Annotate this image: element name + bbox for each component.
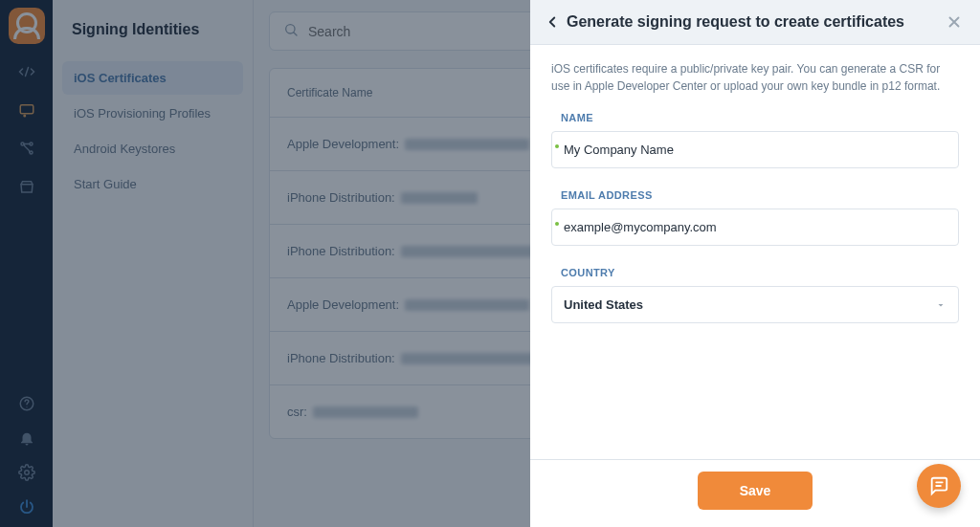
close-button[interactable] <box>944 13 965 31</box>
required-indicator <box>555 144 559 148</box>
drawer-body: iOS certificates require a public/privat… <box>530 45 980 459</box>
chat-button[interactable] <box>917 464 961 508</box>
chevron-down-icon <box>935 299 947 311</box>
email-label: EMAIL ADDRESS <box>551 189 959 201</box>
name-input[interactable] <box>551 131 959 168</box>
save-button[interactable]: Save <box>698 472 813 510</box>
drawer-description: iOS certificates require a public/privat… <box>551 60 959 95</box>
csr-drawer: Generate signing request to create certi… <box>530 0 980 527</box>
country-label: COUNTRY <box>551 267 959 278</box>
back-button[interactable] <box>542 13 563 31</box>
country-select[interactable]: United States <box>551 286 959 323</box>
drawer-header: Generate signing request to create certi… <box>530 0 980 45</box>
required-indicator <box>555 222 559 226</box>
country-value: United States <box>564 297 643 312</box>
drawer-title: Generate signing request to create certi… <box>563 13 944 31</box>
email-input[interactable] <box>551 209 959 246</box>
drawer-footer: Save <box>530 459 980 527</box>
name-label: NAME <box>551 112 959 123</box>
